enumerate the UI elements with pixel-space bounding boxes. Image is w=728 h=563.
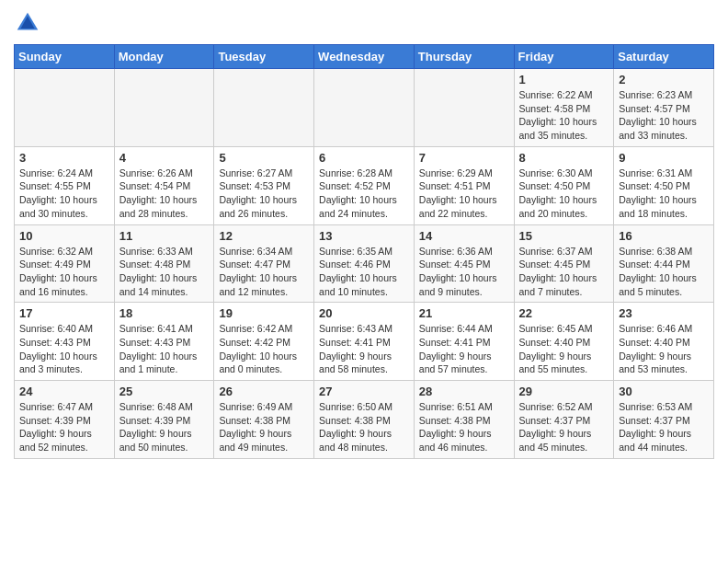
day-number: 23 bbox=[619, 306, 709, 320]
calendar-cell: 21Sunrise: 6:44 AM Sunset: 4:41 PM Dayli… bbox=[414, 303, 514, 381]
day-info: Sunrise: 6:27 AM Sunset: 4:53 PM Dayligh… bbox=[219, 167, 309, 221]
day-number: 18 bbox=[119, 306, 210, 320]
day-info: Sunrise: 6:29 AM Sunset: 4:51 PM Dayligh… bbox=[419, 167, 509, 221]
calendar-cell: 10Sunrise: 6:32 AM Sunset: 4:49 PM Dayli… bbox=[15, 224, 115, 303]
header bbox=[14, 9, 714, 37]
day-info: Sunrise: 6:46 AM Sunset: 4:40 PM Dayligh… bbox=[619, 322, 709, 376]
day-info: Sunrise: 6:48 AM Sunset: 4:39 PM Dayligh… bbox=[119, 400, 210, 454]
day-info: Sunrise: 6:41 AM Sunset: 4:43 PM Dayligh… bbox=[119, 322, 210, 376]
day-number: 10 bbox=[19, 229, 109, 243]
day-info: Sunrise: 6:33 AM Sunset: 4:48 PM Dayligh… bbox=[119, 245, 210, 299]
calendar-cell: 11Sunrise: 6:33 AM Sunset: 4:48 PM Dayli… bbox=[114, 224, 214, 303]
calendar-cell: 1Sunrise: 6:22 AM Sunset: 4:58 PM Daylig… bbox=[514, 69, 614, 147]
day-number: 27 bbox=[319, 385, 409, 398]
calendar-cell: 7Sunrise: 6:29 AM Sunset: 4:51 PM Daylig… bbox=[414, 146, 514, 224]
calendar-cell: 17Sunrise: 6:40 AM Sunset: 4:43 PM Dayli… bbox=[15, 303, 115, 381]
day-info: Sunrise: 6:40 AM Sunset: 4:43 PM Dayligh… bbox=[19, 322, 109, 376]
calendar-cell: 8Sunrise: 6:30 AM Sunset: 4:50 PM Daylig… bbox=[514, 146, 614, 224]
calendar-table: SundayMondayTuesdayWednesdayThursdayFrid… bbox=[14, 44, 714, 459]
day-info: Sunrise: 6:23 AM Sunset: 4:57 PM Dayligh… bbox=[619, 88, 709, 143]
day-number: 8 bbox=[519, 151, 609, 165]
day-number: 6 bbox=[319, 151, 409, 165]
day-info: Sunrise: 6:49 AM Sunset: 4:38 PM Dayligh… bbox=[219, 400, 309, 454]
calendar-cell: 15Sunrise: 6:37 AM Sunset: 4:45 PM Dayli… bbox=[514, 224, 614, 303]
header-row: SundayMondayTuesdayWednesdayThursdayFrid… bbox=[15, 45, 714, 69]
page: SundayMondayTuesdayWednesdayThursdayFrid… bbox=[0, 0, 728, 468]
day-info: Sunrise: 6:30 AM Sunset: 4:50 PM Dayligh… bbox=[519, 167, 609, 221]
day-info: Sunrise: 6:32 AM Sunset: 4:49 PM Dayligh… bbox=[19, 245, 109, 299]
day-number: 12 bbox=[219, 229, 309, 243]
day-number: 17 bbox=[19, 306, 109, 320]
day-number: 22 bbox=[519, 306, 609, 320]
day-number: 25 bbox=[119, 385, 210, 398]
calendar-cell: 6Sunrise: 6:28 AM Sunset: 4:52 PM Daylig… bbox=[314, 146, 415, 224]
logo bbox=[14, 9, 45, 37]
calendar-cell bbox=[414, 69, 514, 147]
day-number: 2 bbox=[619, 73, 709, 86]
calendar-cell: 16Sunrise: 6:38 AM Sunset: 4:44 PM Dayli… bbox=[614, 224, 714, 303]
day-number: 19 bbox=[219, 306, 309, 320]
day-of-week-header: Monday bbox=[114, 45, 214, 69]
day-info: Sunrise: 6:38 AM Sunset: 4:44 PM Dayligh… bbox=[619, 245, 709, 299]
day-of-week-header: Tuesday bbox=[214, 45, 314, 69]
calendar-cell: 20Sunrise: 6:43 AM Sunset: 4:41 PM Dayli… bbox=[314, 303, 415, 381]
calendar-cell: 4Sunrise: 6:26 AM Sunset: 4:54 PM Daylig… bbox=[114, 146, 214, 224]
day-number: 5 bbox=[219, 151, 309, 165]
logo-icon bbox=[14, 9, 41, 37]
calendar-cell: 9Sunrise: 6:31 AM Sunset: 4:50 PM Daylig… bbox=[614, 146, 714, 224]
calendar-cell: 29Sunrise: 6:52 AM Sunset: 4:37 PM Dayli… bbox=[514, 381, 614, 459]
calendar-header: SundayMondayTuesdayWednesdayThursdayFrid… bbox=[15, 45, 714, 69]
calendar-cell: 2Sunrise: 6:23 AM Sunset: 4:57 PM Daylig… bbox=[614, 69, 714, 147]
calendar-cell: 26Sunrise: 6:49 AM Sunset: 4:38 PM Dayli… bbox=[214, 381, 314, 459]
calendar-cell: 3Sunrise: 6:24 AM Sunset: 4:55 PM Daylig… bbox=[15, 146, 115, 224]
calendar-cell: 14Sunrise: 6:36 AM Sunset: 4:45 PM Dayli… bbox=[414, 224, 514, 303]
day-of-week-header: Saturday bbox=[614, 45, 714, 69]
day-number: 29 bbox=[519, 385, 609, 398]
calendar-week-row: 10Sunrise: 6:32 AM Sunset: 4:49 PM Dayli… bbox=[15, 224, 714, 303]
day-number: 21 bbox=[419, 306, 509, 320]
calendar-week-row: 17Sunrise: 6:40 AM Sunset: 4:43 PM Dayli… bbox=[15, 303, 714, 381]
day-number: 1 bbox=[519, 73, 609, 86]
day-info: Sunrise: 6:42 AM Sunset: 4:42 PM Dayligh… bbox=[219, 322, 309, 376]
day-info: Sunrise: 6:24 AM Sunset: 4:55 PM Dayligh… bbox=[19, 167, 109, 221]
day-info: Sunrise: 6:45 AM Sunset: 4:40 PM Dayligh… bbox=[519, 322, 609, 376]
day-number: 7 bbox=[419, 151, 509, 165]
day-number: 9 bbox=[619, 151, 709, 165]
day-info: Sunrise: 6:53 AM Sunset: 4:37 PM Dayligh… bbox=[619, 400, 709, 454]
calendar-week-row: 3Sunrise: 6:24 AM Sunset: 4:55 PM Daylig… bbox=[15, 146, 714, 224]
day-info: Sunrise: 6:43 AM Sunset: 4:41 PM Dayligh… bbox=[319, 322, 409, 376]
calendar-cell: 24Sunrise: 6:47 AM Sunset: 4:39 PM Dayli… bbox=[15, 381, 115, 459]
day-of-week-header: Friday bbox=[514, 45, 614, 69]
day-number: 15 bbox=[519, 229, 609, 243]
calendar-body: 1Sunrise: 6:22 AM Sunset: 4:58 PM Daylig… bbox=[15, 69, 714, 459]
calendar-cell: 22Sunrise: 6:45 AM Sunset: 4:40 PM Dayli… bbox=[514, 303, 614, 381]
calendar-week-row: 1Sunrise: 6:22 AM Sunset: 4:58 PM Daylig… bbox=[15, 69, 714, 147]
day-number: 13 bbox=[319, 229, 409, 243]
calendar-cell bbox=[214, 69, 314, 147]
calendar-cell: 23Sunrise: 6:46 AM Sunset: 4:40 PM Dayli… bbox=[614, 303, 714, 381]
calendar-cell: 19Sunrise: 6:42 AM Sunset: 4:42 PM Dayli… bbox=[214, 303, 314, 381]
calendar-cell: 13Sunrise: 6:35 AM Sunset: 4:46 PM Dayli… bbox=[314, 224, 415, 303]
day-info: Sunrise: 6:35 AM Sunset: 4:46 PM Dayligh… bbox=[319, 245, 409, 299]
day-number: 16 bbox=[619, 229, 709, 243]
day-info: Sunrise: 6:31 AM Sunset: 4:50 PM Dayligh… bbox=[619, 167, 709, 221]
day-number: 20 bbox=[319, 306, 409, 320]
day-info: Sunrise: 6:51 AM Sunset: 4:38 PM Dayligh… bbox=[419, 400, 509, 454]
calendar-cell bbox=[114, 69, 214, 147]
calendar-cell bbox=[15, 69, 115, 147]
calendar-cell: 27Sunrise: 6:50 AM Sunset: 4:38 PM Dayli… bbox=[314, 381, 415, 459]
day-of-week-header: Thursday bbox=[414, 45, 514, 69]
day-number: 28 bbox=[419, 385, 509, 398]
calendar-cell: 25Sunrise: 6:48 AM Sunset: 4:39 PM Dayli… bbox=[114, 381, 214, 459]
day-info: Sunrise: 6:50 AM Sunset: 4:38 PM Dayligh… bbox=[319, 400, 409, 454]
calendar-week-row: 24Sunrise: 6:47 AM Sunset: 4:39 PM Dayli… bbox=[15, 381, 714, 459]
day-number: 11 bbox=[119, 229, 210, 243]
day-number: 26 bbox=[219, 385, 309, 398]
day-number: 24 bbox=[19, 385, 109, 398]
day-info: Sunrise: 6:47 AM Sunset: 4:39 PM Dayligh… bbox=[19, 400, 109, 454]
calendar-cell: 18Sunrise: 6:41 AM Sunset: 4:43 PM Dayli… bbox=[114, 303, 214, 381]
day-info: Sunrise: 6:52 AM Sunset: 4:37 PM Dayligh… bbox=[519, 400, 609, 454]
day-number: 3 bbox=[19, 151, 109, 165]
calendar-cell: 28Sunrise: 6:51 AM Sunset: 4:38 PM Dayli… bbox=[414, 381, 514, 459]
day-of-week-header: Wednesday bbox=[314, 45, 415, 69]
